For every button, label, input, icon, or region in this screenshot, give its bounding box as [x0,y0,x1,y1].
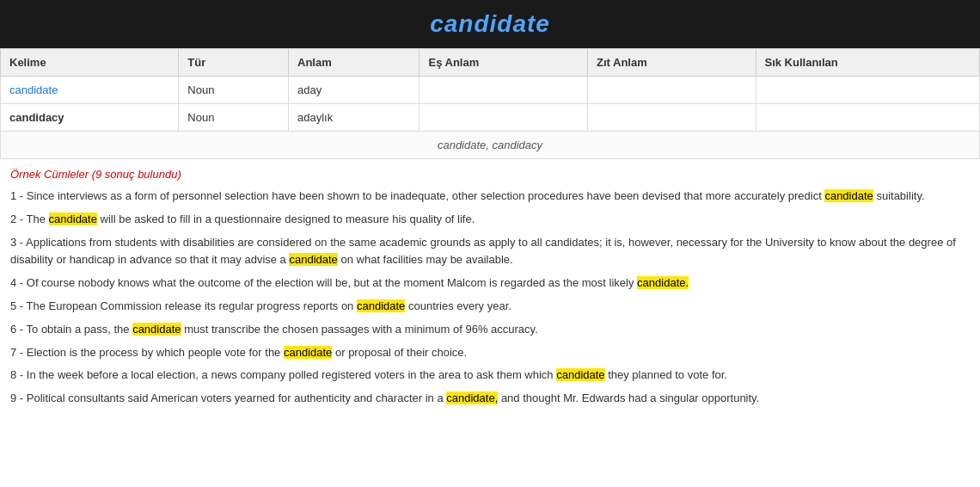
sentences-container: 1 - Since interviews as a form of person… [10,188,970,408]
cell-anlam: aday [289,77,420,104]
example-sentence: 7 - Election is the process by which peo… [10,344,970,362]
sentence-text: will be asked to fill in a questionnaire… [97,213,475,225]
related-words-row: candidate, candidacy [1,132,980,159]
examples-title: Örnek Cümleler [10,168,89,181]
related-words: candidate, candidacy [1,132,980,159]
sentence-text: 4 - Of course nobody knows what the outc… [10,276,637,289]
examples-section: Örnek Cümleler (9 sonuç bulundu) 1 - Sin… [0,159,980,422]
cell-tur: Noun [179,77,289,104]
sentence-text: 2 - The [10,213,49,225]
word-link[interactable]: candidate [9,83,58,96]
highlighted-word: candidate [289,253,337,266]
cell-sik-kullanilan [756,104,980,132]
examples-header: Örnek Cümleler (9 sonuç bulundu) [10,168,970,181]
example-sentence: 5 - The European Commission release its … [10,298,970,316]
sentence-text: must transcribe the chosen passages with… [181,323,538,336]
example-sentence: 8 - In the week before a local election,… [10,367,970,385]
example-sentence: 1 - Since interviews as a form of person… [10,188,970,206]
example-sentence: 4 - Of course nobody knows what the outc… [10,274,970,293]
cell-zit-anlam [588,104,756,132]
word-table: Kelime Tür Anlam Eş Anlam Zıt Anlam Sık … [0,48,980,159]
sentence-text: on what facilities may be available. [338,253,513,266]
highlighted-word: candidate. [637,276,689,289]
sentence-text: 1 - Since interviews as a form of person… [10,189,824,202]
sentence-text: they planned to vote for. [605,368,727,381]
highlighted-word: candidate [49,213,97,225]
sentence-text: 7 - Election is the process by which peo… [10,346,284,359]
examples-count: (9 sonuç bulundu) [92,168,181,181]
sentence-text: 5 - The European Commission release its … [10,299,357,312]
col-zit-anlam: Zıt Anlam [588,49,756,77]
header: candidate [0,0,980,48]
highlighted-word: candidate, [446,391,498,404]
sentence-text: countries every year. [405,299,511,312]
col-kelime: Kelime [1,49,179,77]
cell-es-anlam [420,104,588,132]
col-es-anlam: Eş Anlam [420,49,588,77]
cell-anlam: adaylık [289,104,420,132]
cell-sik-kullanilan [756,77,980,104]
example-sentence: 6 - To obtain a pass, the candidate must… [10,321,970,339]
example-sentence: 3 - Applications from students with disa… [10,234,970,270]
highlighted-word: candidate [824,189,873,202]
page-title: candidate [0,10,980,38]
highlighted-word: candidate [132,323,181,336]
cell-tur: Noun [179,104,289,132]
sentence-text: 9 - Political consultants said American … [10,391,446,404]
table-row: candidateNounaday [1,77,980,104]
sentence-text: suitability. [873,189,925,202]
highlighted-word: candidate [357,299,405,312]
sentence-text: 8 - In the week before a local election,… [10,368,556,381]
highlighted-word: candidate [556,368,604,381]
example-sentence: 9 - Political consultants said American … [10,390,970,408]
sentence-text: and thought Mr. Edwards had a singular o… [498,391,759,404]
col-tur: Tür [179,49,289,77]
cell-kelime[interactable]: candidate [1,77,179,104]
table-row: candidacyNounadaylık [1,104,980,132]
highlighted-word: candidate [284,346,332,359]
sentence-text: 6 - To obtain a pass, the [10,323,132,336]
cell-zit-anlam [588,77,756,104]
col-anlam: Anlam [289,49,420,77]
table-header-row: Kelime Tür Anlam Eş Anlam Zıt Anlam Sık … [1,49,980,77]
cell-kelime: candidacy [1,104,179,132]
col-sik-kullanilan: Sık Kullanılan [756,49,980,77]
sentence-text: or proposal of their choice. [332,346,467,359]
cell-es-anlam [420,77,588,104]
example-sentence: 2 - The candidate will be asked to fill … [10,211,970,229]
